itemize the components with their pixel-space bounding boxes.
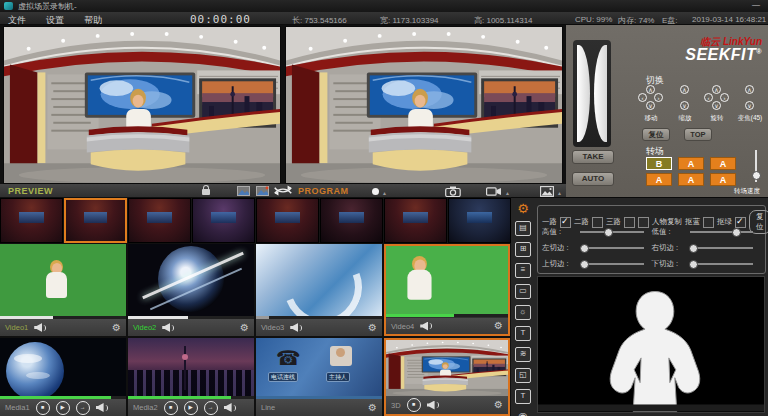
list-icon[interactable]: ≡	[515, 263, 531, 278]
scene-thumbnail[interactable]	[192, 198, 255, 243]
layers-icon[interactable]: ≋	[515, 347, 531, 362]
right-crop-slider[interactable]	[690, 247, 754, 249]
line-cell[interactable]: ☎ 电话连线 主持人 Line ⚙	[256, 338, 382, 416]
camcorder-icon[interactable]	[486, 187, 502, 196]
minimize-button[interactable]: —	[752, 0, 760, 9]
loop-button[interactable]: →	[204, 401, 218, 415]
key-blue-checkbox[interactable]	[703, 217, 714, 228]
text-icon[interactable]: T	[515, 389, 531, 404]
scene-thumbnail[interactable]	[448, 198, 511, 243]
lock-icon[interactable]	[202, 189, 210, 195]
volume-icon[interactable]	[290, 323, 302, 332]
stop-button[interactable]: ■	[407, 398, 421, 412]
high-value-slider[interactable]	[580, 231, 644, 233]
scene-thumbnail-strip	[0, 198, 511, 243]
source-settings-icon[interactable]: ⚙	[368, 403, 377, 413]
volume-icon[interactable]	[96, 403, 108, 412]
volume-icon[interactable]	[427, 401, 439, 410]
media1-cell[interactable]: Media1 ■ ▶ →	[0, 338, 126, 416]
display-icon[interactable]: ▭	[515, 284, 531, 299]
volume-icon[interactable]	[34, 323, 46, 332]
keyer-panel: ⚙ ▤ ⊞ ≡ ▭ ☼ T ≋ ◱ T ◉ 一路 二路 三路 人物复制 抠蓝	[511, 197, 768, 416]
volume-icon[interactable]	[420, 322, 432, 331]
stop-button[interactable]: ■	[164, 401, 178, 415]
t-bar-fader[interactable]	[573, 40, 611, 147]
video2-cell[interactable]: Video2 ⚙	[128, 244, 254, 336]
key-green-checkbox[interactable]	[735, 217, 746, 228]
video1-cell[interactable]: Video1 ⚙	[0, 244, 126, 336]
loop-button[interactable]: →	[76, 401, 90, 415]
reset-button[interactable]: 复位	[642, 128, 670, 141]
picture-overlay-icon[interactable]	[540, 186, 554, 197]
left-crop-slider[interactable]	[580, 247, 644, 249]
video3-cell[interactable]: Video3 ⚙	[256, 244, 382, 336]
channel3-checkbox[interactable]	[624, 217, 635, 228]
scene-thumbnail[interactable]	[320, 198, 383, 243]
source-settings-icon[interactable]: ⚙	[494, 400, 503, 410]
transition-a-button[interactable]: A	[678, 173, 704, 186]
play-button[interactable]: ▶	[184, 401, 198, 415]
app-window: 虚拟场景录制机- — 文件 设置 帮助 00:00:00 长: 753.5451…	[0, 0, 768, 416]
auto-button[interactable]: AUTO	[572, 172, 614, 186]
video4-cell-selected[interactable]: Video4 ⚙	[384, 244, 510, 336]
transition-a-button[interactable]: A	[646, 173, 672, 186]
swap-preview-program-icon[interactable]	[272, 185, 294, 196]
scene-thumbnail[interactable]	[0, 198, 63, 243]
host-button[interactable]: 主持人	[326, 372, 350, 382]
source-settings-icon[interactable]: ⚙	[494, 321, 503, 331]
media2-cell[interactable]: Media2 ■ ▶ →	[128, 338, 254, 416]
window-icon[interactable]: ◱	[515, 368, 531, 383]
volume-icon[interactable]	[224, 403, 236, 412]
transition-a-button[interactable]: A	[678, 157, 704, 170]
bottom-crop-slider[interactable]	[690, 263, 754, 265]
scene-thumbnail[interactable]	[384, 198, 447, 243]
transition-speed-slider[interactable]	[755, 150, 757, 182]
source-settings-icon[interactable]: ⚙	[368, 323, 377, 333]
preview-monitor	[3, 26, 281, 184]
play-button[interactable]: ▶	[56, 401, 70, 415]
slider-thumb[interactable]	[752, 171, 761, 180]
add-layout-icon[interactable]: ⊞	[515, 242, 531, 257]
scene-thumbnail[interactable]	[128, 198, 191, 243]
snapshot-image-icon[interactable]	[237, 186, 250, 196]
source-name: Video3	[261, 323, 284, 332]
source-settings-icon[interactable]: ⚙	[112, 323, 121, 333]
scale-pad-label: 缩放	[668, 114, 702, 123]
low-value-slider[interactable]	[690, 231, 754, 233]
source-settings-icon[interactable]: ⚙	[240, 323, 249, 333]
channel2-checkbox[interactable]	[592, 217, 603, 228]
transition-b-button[interactable]: B	[646, 157, 672, 170]
save-icon[interactable]: ▤	[515, 221, 531, 236]
camera-snapshot-icon[interactable]	[445, 186, 461, 197]
person-copy-checkbox[interactable]	[638, 217, 649, 228]
subtitle-icon[interactable]: T	[515, 326, 531, 341]
zoom-pad[interactable]: ∧ ∨	[737, 85, 763, 111]
effects-icon[interactable]: ☼	[515, 305, 531, 320]
alpha-matte-preview	[537, 276, 765, 413]
camcorder-dropdown-icon[interactable]: ▲	[505, 190, 510, 196]
move-pad[interactable]: ∧ ‹ › ∨	[638, 85, 664, 111]
palette-icon[interactable]: ◉	[516, 410, 530, 416]
scale-pad[interactable]: ∧ ∨	[672, 85, 698, 111]
picture-dropdown-icon[interactable]: ▲	[557, 190, 562, 196]
volume-icon[interactable]	[162, 323, 174, 332]
stat-length: 长: 753.545166	[292, 15, 347, 26]
phone-link-button[interactable]: 电话连线	[268, 372, 298, 382]
rotate-pad[interactable]: ∧ ‹ › ∨	[704, 85, 730, 111]
top-crop-slider[interactable]	[580, 263, 644, 265]
stop-button[interactable]: ■	[36, 401, 50, 415]
transition-a-button[interactable]: A	[710, 173, 736, 186]
top-button[interactable]: TOP	[684, 128, 712, 141]
channel1-checkbox[interactable]	[560, 217, 571, 228]
transition-buttons: B A A A A A	[646, 157, 736, 186]
snapshot-image-alt-icon[interactable]	[256, 186, 269, 196]
scene-thumbnail[interactable]	[256, 198, 319, 243]
settings-icon[interactable]: ⚙	[516, 202, 530, 215]
record-dropdown-icon[interactable]: ▲	[382, 190, 387, 196]
take-button[interactable]: TAKE	[572, 150, 614, 164]
source-name: Video2	[133, 323, 156, 332]
transition-a-button[interactable]: A	[710, 157, 736, 170]
threed-output-cell-selected[interactable]: 3D ■ ⚙	[384, 338, 510, 416]
scene-thumbnail-selected[interactable]	[64, 198, 127, 243]
record-icon[interactable]	[372, 188, 379, 195]
